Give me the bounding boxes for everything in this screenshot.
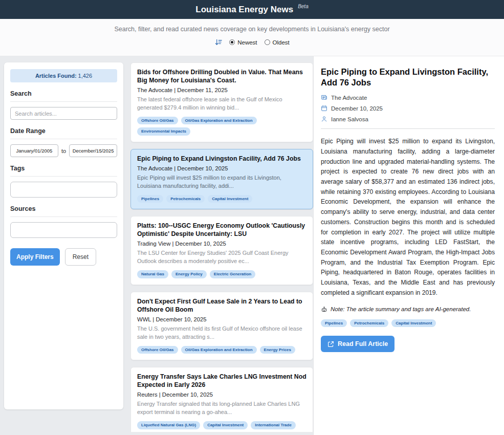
filter-buttons-row: Apply Filters Reset (10, 248, 117, 266)
date-range-row: to (10, 144, 117, 157)
article-title: Platts: 100--USGC Energy Economy Outlook… (137, 222, 306, 238)
article-date: December 10, 2025 (162, 391, 213, 398)
article-card[interactable]: Don't Expect First Gulf Lease Sale in 2 … (130, 292, 313, 360)
detail-author-row: Ianne Salvosa (321, 116, 495, 122)
tag-pill: Pipelines (321, 319, 347, 328)
search-input[interactable] (10, 107, 117, 120)
article-title: Bids for Offshore Drilling Doubled in Va… (137, 69, 306, 85)
robot-icon (321, 306, 327, 313)
article-excerpt: Energy Transfer signaled that its long-p… (137, 400, 306, 417)
date-from-input[interactable] (10, 144, 58, 157)
radio-dot-newest (229, 39, 235, 45)
detail-source-row: The Advocate (321, 94, 495, 101)
article-detail-panel: Epic Piping to Expand Livingston Facilit… (313, 56, 504, 435)
article-source: WWL (137, 316, 151, 322)
article-meta: Reuters | December 10, 2025 (137, 391, 306, 398)
app-subtitle: Search, filter, and read curated news co… (0, 26, 504, 33)
tag-pill: Offshore Oil/Gas (137, 117, 178, 125)
sort-newest-label: Newest (237, 39, 257, 46)
article-list: Bids for Offshore Drilling Doubled in Va… (130, 62, 313, 432)
article-tags: Liquefied Natural Gas (LNG) Capital Inve… (137, 421, 306, 429)
meta-separator: | (159, 391, 161, 398)
article-meta: Trading View | December 10, 2025 (137, 241, 306, 247)
article-source: The Advocate (137, 165, 172, 171)
tag-pill: Oil/Gas Exploration and Extraction (181, 117, 257, 125)
tag-pill: Liquefied Natural Gas (LNG) (137, 421, 200, 429)
app-title: Louisiana Energy News (195, 5, 293, 15)
meta-separator: | (174, 165, 176, 171)
article-date: December 10, 2025 (176, 241, 226, 247)
detail-title: Epic Piping to Expand Livingston Facilit… (321, 67, 495, 88)
tag-pill: Environmental Impacts (137, 127, 190, 136)
article-meta: WWL | December 10, 2025 (137, 316, 306, 322)
read-full-article-button[interactable]: Read Full Article (321, 336, 395, 352)
tag-pill: International Trade (251, 421, 296, 429)
tag-pill: Petrochemicals (350, 319, 388, 328)
beta-badge: Beta (298, 4, 309, 9)
read-full-article-label: Read Full Article (338, 340, 388, 347)
article-source: Trading View (137, 241, 170, 247)
calendar-icon (321, 105, 327, 112)
sort-icon (214, 38, 222, 46)
tag-pill: Energy Policy (171, 270, 207, 278)
main-content: Articles Found:1,426 Search Date Range t… (0, 56, 504, 435)
sort-oldest-radio[interactable]: Oldest (265, 39, 290, 46)
detail-date-row: December 10, 2025 (321, 105, 495, 112)
intro-strip: Search, filter, and read curated news co… (0, 19, 504, 56)
article-excerpt: Epic Piping will invest $25 million to e… (137, 174, 306, 190)
meta-separator: | (152, 316, 154, 322)
search-section-title: Search (10, 90, 117, 102)
app-header: Louisiana Energy News Beta (0, 0, 504, 19)
detail-date: December 10, 2025 (331, 105, 383, 112)
detail-body: Epic Piping will invest $25 million to e… (321, 137, 495, 298)
meta-separator: | (172, 241, 173, 247)
filter-sidebar: Articles Found:1,426 Search Date Range t… (4, 62, 123, 409)
ai-note-text: Note: The article summary and tags are A… (331, 306, 471, 312)
tag-pill: Electric Generation (210, 270, 255, 278)
article-excerpt: The LSU Center for Energy Studies' 2025 … (137, 249, 306, 266)
tag-pill: Capital Investment (391, 319, 436, 328)
article-card[interactable]: Energy Transfer Says Lake Charles LNG In… (130, 367, 313, 432)
articles-found-banner: Articles Found:1,426 (10, 69, 117, 82)
article-card-selected[interactable]: Epic Piping to Expand Livingston Facilit… (130, 149, 313, 209)
sources-section-title: Sources (10, 205, 117, 217)
meta-separator: | (174, 87, 176, 93)
tag-pill: Petrochemicals (166, 195, 205, 203)
tags-section-title: Tags (10, 165, 117, 177)
tag-pill: Capital Investment (203, 421, 248, 429)
sort-oldest-label: Oldest (273, 39, 290, 46)
article-card[interactable]: Platts: 100--USGC Energy Economy Outlook… (130, 216, 313, 285)
article-tags: Offshore Oil/Gas Oil/Gas Exploration and… (137, 346, 306, 354)
detail-tags: Pipelines Petrochemicals Capital Investm… (321, 319, 495, 328)
tag-pill: Capital Investment (208, 195, 252, 203)
article-date: December 11, 2025 (177, 87, 227, 93)
ai-note-row: Note: The article summary and tags are A… (321, 306, 495, 313)
date-to-input[interactable] (69, 144, 117, 157)
article-source: The Advocate (137, 87, 172, 93)
tag-pill: Offshore Oil/Gas (137, 346, 178, 354)
article-tags: Natural Gas Energy Policy Electric Gener… (137, 270, 306, 278)
article-excerpt: The U.S. government held its first Gulf … (137, 325, 306, 341)
tag-pill: Pipelines (137, 195, 163, 203)
detail-divider (321, 128, 495, 129)
detail-author: Ianne Salvosa (331, 116, 368, 122)
tag-pill: Oil/Gas Exploration and Extraction (181, 346, 257, 354)
article-title: Energy Transfer Says Lake Charles LNG In… (137, 373, 306, 389)
apply-filters-button[interactable]: Apply Filters (10, 248, 60, 266)
sort-newest-radio[interactable]: Newest (229, 39, 257, 46)
article-meta: The Advocate | December 11, 2025 (137, 87, 306, 93)
sources-input[interactable] (10, 222, 117, 238)
tag-pill: Energy Prices (260, 346, 295, 354)
article-source: Reuters (137, 391, 158, 398)
radio-dot-oldest (265, 39, 270, 45)
date-range-section-title: Date Range (10, 127, 117, 139)
date-separator: to (61, 148, 66, 154)
tags-input[interactable] (10, 182, 117, 198)
person-icon (321, 116, 327, 122)
article-card[interactable]: Bids for Offshore Drilling Doubled in Va… (130, 62, 313, 142)
sort-controls: Newest Oldest (0, 38, 504, 46)
articles-found-count: 1,426 (78, 73, 93, 79)
reset-button[interactable]: Reset (65, 248, 96, 266)
article-tags: Offshore Oil/Gas Oil/Gas Exploration and… (137, 117, 306, 136)
external-link-icon (327, 341, 334, 347)
